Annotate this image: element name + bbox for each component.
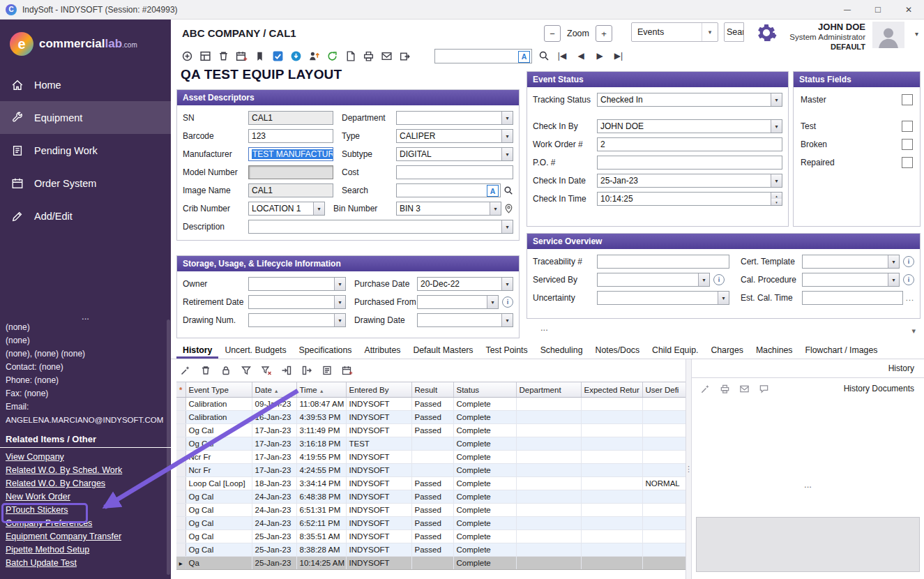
collapse-ellipsis[interactable]: ... bbox=[540, 322, 548, 333]
verify-refresh-icon[interactable] bbox=[326, 50, 339, 63]
tab-notes-docs[interactable]: Notes/Docs bbox=[589, 341, 646, 359]
history-row[interactable]: Og Cal17-Jan-233:16:18 PMTESTComplete bbox=[176, 437, 686, 451]
tab-scheduling[interactable]: Scheduling bbox=[534, 341, 589, 359]
print-icon[interactable] bbox=[362, 50, 375, 63]
traceability-input[interactable] bbox=[597, 255, 729, 269]
cost-input[interactable] bbox=[396, 165, 513, 179]
related-link-pipette-method-setup[interactable]: Pipette Method Setup bbox=[0, 543, 171, 557]
first-record-icon[interactable]: |◀ bbox=[555, 51, 569, 61]
cal-procedure-combo[interactable] bbox=[802, 273, 900, 287]
filter-clear-icon[interactable] bbox=[260, 364, 273, 377]
user-upload-icon[interactable] bbox=[308, 50, 321, 63]
lock-icon[interactable] bbox=[220, 364, 232, 377]
search-icon[interactable] bbox=[503, 186, 513, 195]
department-combo[interactable] bbox=[396, 111, 513, 125]
checkbox-repaired[interactable] bbox=[902, 157, 913, 168]
comment-icon[interactable] bbox=[757, 382, 770, 395]
uncertainty-combo[interactable] bbox=[597, 291, 729, 305]
new-event-icon[interactable] bbox=[341, 364, 354, 377]
tab-charges[interactable]: Charges bbox=[704, 341, 749, 359]
type-combo[interactable]: CALIPER bbox=[396, 129, 513, 143]
filter-icon[interactable] bbox=[240, 364, 252, 377]
checkbox-test[interactable] bbox=[902, 121, 913, 132]
spinner-arrows-icon[interactable] bbox=[771, 193, 782, 205]
info-icon[interactable] bbox=[502, 296, 513, 308]
subtype-combo[interactable]: DIGITAL bbox=[396, 147, 513, 161]
zoom-in-button[interactable] bbox=[596, 25, 612, 42]
user-block[interactable]: JOHN DOE System Administrator DEFAULT bbox=[789, 22, 865, 51]
related-link-equipment-company-transfer[interactable]: Equipment Company Transfer bbox=[0, 530, 171, 543]
collapse-chevron-icon[interactable] bbox=[911, 326, 916, 336]
report-icon[interactable] bbox=[321, 364, 333, 377]
history-row[interactable]: Og Cal25-Jan-238:35:51 AMINDYSOFTPassedC… bbox=[176, 530, 686, 543]
delete-icon[interactable] bbox=[217, 50, 230, 63]
col-time[interactable]: Time bbox=[296, 382, 346, 398]
tab-child-equip[interactable]: Child Equip. bbox=[646, 341, 704, 359]
tab-machines[interactable]: Machines bbox=[750, 341, 799, 359]
col-department[interactable]: Department bbox=[516, 382, 581, 398]
retirement-date-combo[interactable] bbox=[248, 295, 346, 309]
minimize-button[interactable] bbox=[832, 0, 863, 19]
related-link-new-work-order[interactable]: New Work Order bbox=[0, 490, 171, 504]
new-event-icon[interactable] bbox=[235, 50, 248, 63]
col-date[interactable]: Date bbox=[252, 382, 296, 398]
po-input[interactable] bbox=[597, 156, 782, 170]
document-icon[interactable] bbox=[344, 50, 357, 63]
tab-default-masters[interactable]: Default Masters bbox=[407, 341, 479, 359]
history-row[interactable]: Qa25-Jan-2310:14:25 AMINDYSOFTComplete bbox=[176, 557, 686, 570]
history-row[interactable]: Og Cal25-Jan-238:38:28 AMINDYSOFTPassedC… bbox=[176, 543, 686, 557]
history-row[interactable]: Calibration09-Jan-2311:08:47 AMINDYSOFTP… bbox=[176, 398, 686, 411]
breadcrumb-company[interactable]: ABC COMPANY bbox=[182, 27, 260, 39]
sidebar-item-home[interactable]: Home bbox=[0, 68, 171, 101]
tab-uncert-budgets[interactable]: Uncert. Budgets bbox=[218, 341, 292, 359]
wand-icon[interactable] bbox=[699, 382, 711, 395]
email-icon[interactable] bbox=[380, 50, 393, 63]
panel-splitter[interactable] bbox=[686, 359, 692, 579]
tab-flowchart-images[interactable]: Flowchart / Images bbox=[799, 341, 884, 359]
layout-icon[interactable] bbox=[199, 50, 212, 63]
info-icon[interactable] bbox=[903, 274, 914, 285]
history-row[interactable]: Og Cal17-Jan-233:11:49 PMINDYSOFTPassedC… bbox=[176, 424, 686, 437]
purchased-from-combo[interactable] bbox=[417, 295, 499, 309]
owner-combo[interactable] bbox=[248, 277, 346, 291]
sidebar-item-order-system[interactable]: Order System bbox=[0, 167, 171, 200]
related-link-related-w-o-by-sched-work[interactable]: Related W.O. By Sched. Work bbox=[0, 464, 171, 477]
col-user-defined[interactable]: User Defi bbox=[642, 382, 686, 398]
brand-logo[interactable]: commerciallab.com bbox=[0, 20, 171, 68]
col-event-type[interactable]: Event Type bbox=[185, 382, 252, 398]
checkbox-broken[interactable] bbox=[902, 139, 913, 150]
col-entered-by[interactable]: Entered By bbox=[346, 382, 411, 398]
related-link-ptouch-stickers[interactable]: PTouch Stickers bbox=[0, 504, 171, 517]
image-name-input[interactable]: CAL1 bbox=[248, 183, 333, 197]
col-status[interactable]: Status bbox=[453, 382, 516, 398]
model-number-input[interactable] bbox=[248, 165, 333, 179]
est-cal-time-input[interactable] bbox=[802, 291, 903, 305]
wand-icon[interactable] bbox=[179, 364, 192, 377]
tab-specifications[interactable]: Specifications bbox=[293, 341, 358, 359]
delete-icon[interactable] bbox=[199, 364, 212, 377]
barcode-input[interactable]: 123 bbox=[248, 129, 333, 143]
documents-ellipsis[interactable]: ... bbox=[692, 479, 924, 490]
zoom-out-button[interactable] bbox=[544, 25, 561, 42]
purchase-date-combo[interactable]: 20-Dec-22 bbox=[417, 277, 513, 291]
check-out-door-icon[interactable] bbox=[301, 364, 313, 377]
font-a-icon[interactable] bbox=[487, 185, 499, 197]
check-in-circle-icon[interactable] bbox=[289, 50, 303, 63]
serviced-by-combo[interactable] bbox=[597, 273, 710, 287]
history-row[interactable]: Calibration16-Jan-234:39:53 PMINDYSOFTPa… bbox=[176, 411, 686, 424]
toolbar-search-input[interactable] bbox=[434, 49, 532, 63]
tab-attributes[interactable]: Attributes bbox=[358, 341, 407, 359]
related-link-company-preferences[interactable]: Company Preferences bbox=[0, 517, 171, 530]
manufacturer-input[interactable]: TEST MANUFACTURER bbox=[248, 147, 333, 161]
search-icon[interactable] bbox=[537, 50, 550, 63]
checkbox-master[interactable] bbox=[902, 94, 913, 105]
sidebar-ellipsis[interactable]: ... bbox=[0, 311, 171, 322]
history-row[interactable]: Loop Cal [Loop]18-Jan-233:34:14 PMINDYSO… bbox=[176, 477, 686, 490]
sidebar-item-add-edit[interactable]: Add/Edit bbox=[0, 200, 171, 232]
location-pin-icon[interactable] bbox=[504, 204, 513, 213]
history-row[interactable]: Ncr Fr17-Jan-234:19:55 PMINDYSOFTComplet… bbox=[176, 451, 686, 464]
events-dropdown[interactable]: Events bbox=[631, 22, 718, 42]
tracking-status-combo[interactable]: Checked In bbox=[597, 93, 782, 107]
user-menu-chevron-icon[interactable] bbox=[915, 30, 918, 38]
global-search-input[interactable]: Search bbox=[724, 22, 744, 42]
